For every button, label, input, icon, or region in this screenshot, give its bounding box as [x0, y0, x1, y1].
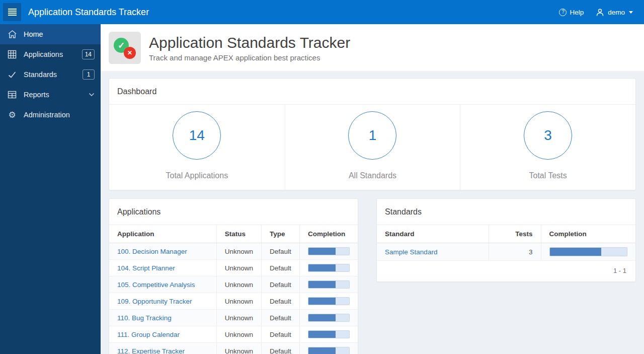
sidebar-item-administration[interactable]: ⚙ Administration — [0, 105, 101, 125]
stat-label: All Standards — [285, 171, 460, 180]
applications-card-title: Applications — [109, 199, 358, 225]
table-row: 110. Bug Tracking Unknown Default — [109, 310, 358, 326]
chevron-down-icon — [629, 11, 633, 14]
completion-bar — [308, 247, 350, 255]
application-link[interactable]: 109. Opportunity Tracker — [117, 298, 192, 305]
app-title: Application Standards Tracker — [28, 7, 149, 18]
type-cell: Default — [262, 293, 300, 310]
completion-bar — [308, 330, 350, 338]
stat-all-standards: 1 All Standards — [285, 105, 460, 190]
stat-total-applications: 14 Total Applications — [109, 105, 285, 190]
table-row: 109. Opportunity Tracker Unknown Default — [109, 293, 358, 310]
application-link[interactable]: 110. Bug Tracking — [117, 314, 172, 322]
sidebar-item-label: Reports — [24, 91, 49, 99]
completion-bar — [308, 347, 350, 354]
completion-bar — [308, 314, 350, 322]
stat-value: 1 — [369, 127, 377, 144]
completion-fill — [308, 347, 336, 354]
hamburger-menu-button[interactable] — [3, 3, 21, 21]
sidebar-item-label: Administration — [24, 111, 70, 119]
table-row: Sample Standard 3 — [377, 243, 635, 261]
column-header-tests: Tests — [489, 225, 541, 243]
sidebar-item-standards[interactable]: Standards 1 — [0, 64, 101, 85]
column-header-completion: Completion — [541, 225, 635, 243]
type-cell: Default — [262, 326, 300, 343]
page-header: Application Standards Tracker Track and … — [101, 24, 644, 71]
help-icon — [559, 9, 567, 16]
applications-count-badge: 14 — [82, 49, 95, 59]
gear-icon: ⚙ — [7, 110, 17, 120]
application-link[interactable]: 112. Expertise Tracker — [117, 347, 185, 354]
table-row: 112. Expertise Tracker Unknown Default — [109, 343, 358, 354]
app-logo-icon — [109, 32, 141, 64]
applications-table: Application Status Type Completion 100. … — [109, 225, 358, 354]
main-content: Application Standards Tracker Track and … — [101, 0, 644, 354]
type-cell: Default — [262, 310, 300, 326]
stat-value: 3 — [544, 127, 552, 144]
standard-link[interactable]: Sample Standard — [385, 248, 437, 256]
table-row: 100. Decision Manager Unknown Default — [109, 243, 358, 260]
page-title: Application Standards Tracker — [149, 34, 350, 52]
user-menu[interactable]: demo — [595, 7, 633, 17]
stat-circle: 14 — [173, 111, 221, 160]
standards-count-badge: 1 — [83, 69, 95, 80]
help-link[interactable]: Help — [559, 9, 584, 16]
completion-fill — [308, 248, 336, 255]
column-header-status: Status — [216, 225, 261, 243]
stat-circle: 1 — [348, 111, 396, 160]
help-label: Help — [570, 9, 584, 16]
standards-table: Standard Tests Completion Sample Standar… — [377, 225, 635, 261]
stat-label: Total Applications — [109, 171, 285, 180]
column-header-completion: Completion — [300, 225, 358, 243]
tests-cell: 3 — [489, 243, 541, 261]
sidebar-item-home[interactable]: Home — [0, 24, 101, 44]
application-link[interactable]: 100. Decision Manager — [117, 248, 187, 255]
status-cell: Unknown — [216, 293, 261, 310]
status-cell: Unknown — [216, 243, 261, 260]
sidebar-item-label: Standards — [24, 70, 57, 79]
stat-circle: 3 — [524, 111, 572, 160]
application-link[interactable]: 111. Group Calendar — [117, 331, 180, 338]
completion-fill — [308, 298, 336, 305]
table-row: 105. Competitive Analysis Unknown Defaul… — [109, 276, 358, 293]
sidebar-item-applications[interactable]: Applications 14 — [0, 44, 101, 64]
column-header-standard: Standard — [377, 225, 489, 243]
completion-fill — [308, 264, 336, 271]
status-cell: Unknown — [216, 326, 261, 343]
type-cell: Default — [262, 243, 300, 260]
sidebar-item-label: Applications — [24, 50, 63, 58]
application-link[interactable]: 104. Script Planner — [117, 264, 175, 272]
table-row: 111. Group Calendar Unknown Default — [109, 326, 358, 343]
completion-fill — [308, 331, 336, 338]
chevron-down-icon — [89, 93, 95, 97]
sidebar-item-label: Home — [24, 30, 43, 38]
status-cell: Unknown — [216, 260, 261, 276]
status-cell: Unknown — [216, 276, 261, 293]
type-cell: Default — [262, 276, 300, 293]
type-cell: Default — [262, 343, 300, 354]
standards-table-body: Sample Standard 3 — [377, 243, 635, 261]
grid-icon — [7, 49, 17, 59]
column-header-application: Application — [109, 225, 216, 243]
x-circle-icon — [124, 47, 136, 59]
pagination-range: 1 - 1 — [377, 261, 635, 281]
completion-fill — [550, 248, 602, 256]
application-link[interactable]: 105. Competitive Analysis — [117, 281, 195, 289]
user-icon — [595, 7, 605, 17]
stat-total-tests: 3 Total Tests — [460, 105, 635, 190]
home-icon — [7, 29, 17, 39]
stat-value: 14 — [189, 127, 205, 144]
user-label: demo — [608, 9, 625, 16]
applications-card: Applications Application Status Type Com… — [109, 198, 358, 354]
completion-bar — [308, 264, 350, 272]
dashboard-card-title: Dashboard — [109, 79, 635, 105]
check-icon — [7, 69, 17, 80]
completion-bar — [549, 247, 627, 256]
applications-table-body: 100. Decision Manager Unknown Default 10… — [109, 243, 358, 354]
type-cell: Default — [262, 260, 300, 276]
sidebar-item-reports[interactable]: Reports — [0, 85, 101, 105]
completion-fill — [308, 281, 336, 288]
completion-fill — [308, 314, 336, 321]
column-header-type: Type — [262, 225, 300, 243]
stat-label: Total Tests — [460, 171, 635, 180]
